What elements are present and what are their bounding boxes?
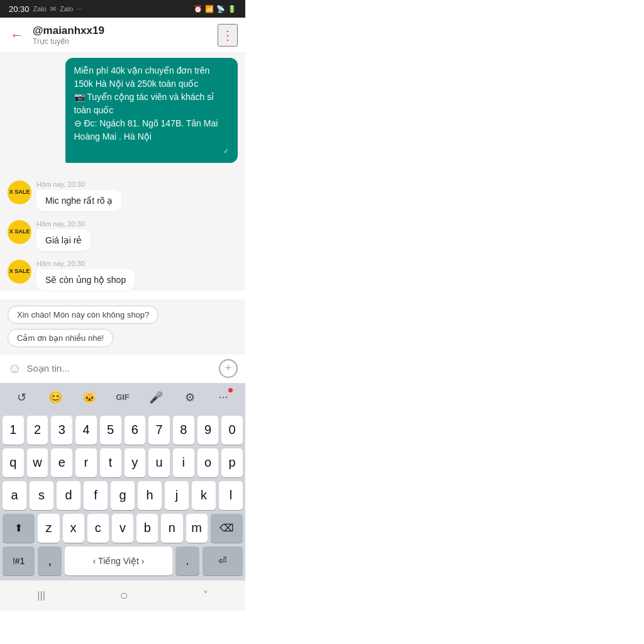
status-icons: ⏰ 📶 📡 🔋: [194, 5, 236, 13]
key-x[interactable]: x: [63, 514, 84, 543]
battery-icon: 🔋: [228, 5, 236, 13]
key-h[interactable]: h: [138, 481, 162, 510]
add-attachment-button[interactable]: +: [219, 359, 238, 378]
key-p[interactable]: p: [221, 448, 243, 477]
keyboard-toolbar: ↺ 😊 🐱 GIF 🎤 ⚙ ···: [0, 383, 245, 412]
keyboard-tool-rotate[interactable]: ↺: [10, 386, 34, 409]
status-apps: Zalo: [33, 5, 47, 13]
outgoing-message-teal: Miễn phí 40k vận chuyển đơn trên 150k Hà…: [8, 58, 238, 172]
key-s[interactable]: s: [30, 481, 53, 510]
keyboard: 1 2 3 4 5 6 7 8 9 0 q w e r t y u i o p …: [0, 412, 245, 580]
avatar-label-1: X SALE: [9, 189, 30, 196]
quick-reply-1[interactable]: Xin chào! Món này còn không shop?: [8, 306, 158, 324]
key-4[interactable]: 4: [75, 416, 97, 445]
key-r[interactable]: r: [75, 448, 97, 477]
status-more: ···: [77, 5, 82, 13]
key-y[interactable]: y: [125, 448, 146, 477]
key-k[interactable]: k: [192, 481, 216, 510]
key-z[interactable]: z: [38, 514, 59, 543]
key-i[interactable]: i: [173, 448, 194, 477]
key-o[interactable]: o: [197, 448, 219, 477]
chat-header: ← @maianhxx19 Trực tuyến ⋮: [0, 18, 245, 53]
key-0[interactable]: 0: [221, 416, 243, 445]
key-5[interactable]: 5: [100, 416, 121, 445]
message-content-1: Hôm nay, 20:30 Mic nghe rất rõ ạ: [36, 180, 238, 211]
key-t[interactable]: t: [100, 448, 121, 477]
status-zalo2: Zalo: [60, 5, 73, 13]
message-row-2: X SALE Hôm nay, 20:30 Giá lại rẻ: [8, 220, 238, 251]
keyboard-tool-mic[interactable]: 🎤: [144, 386, 168, 409]
message-content-2: Hôm nay, 20:30 Giá lại rẻ: [36, 220, 238, 251]
signal-icon: 📡: [216, 5, 225, 13]
key-space[interactable]: ‹ Tiếng Việt ›: [65, 547, 172, 575]
nav-recents-button[interactable]: ˅: [203, 589, 208, 601]
key-n[interactable]: n: [161, 514, 182, 543]
key-e[interactable]: e: [51, 448, 72, 477]
back-button[interactable]: ←: [8, 25, 26, 46]
teal-bubble-text: Miễn phí 40k vận chuyển đơn trên 150k Hà…: [74, 64, 230, 143]
contact-status: Trực tuyến: [33, 37, 211, 46]
key-q[interactable]: q: [3, 448, 24, 477]
quick-replies-bar: Xin chào! Món này còn không shop? Cảm ơn…: [0, 299, 245, 353]
key-2[interactable]: 2: [27, 416, 48, 445]
status-messenger-icon: ✉: [50, 5, 56, 13]
message-row-3: X SALE Hôm nay, 20:30 Sẽ còn ủng hộ shop: [8, 260, 238, 291]
key-m[interactable]: m: [186, 514, 208, 543]
key-a[interactable]: a: [3, 481, 26, 510]
keyboard-tool-emoji[interactable]: 😊: [43, 386, 67, 409]
emoji-button[interactable]: ☺: [8, 360, 21, 377]
key-g[interactable]: g: [111, 481, 135, 510]
message-input-bar: ☺ +: [0, 353, 245, 383]
key-8[interactable]: 8: [173, 416, 194, 445]
more-options-button[interactable]: ⋮: [218, 24, 238, 47]
bubble-2: Giá lại rẻ: [36, 230, 91, 251]
message-time-2: Hôm nay, 20:30: [36, 220, 238, 228]
key-row-asdf: a s d f g h j k l: [3, 481, 243, 510]
key-w[interactable]: w: [27, 448, 48, 477]
notification-dot: [228, 388, 233, 392]
alarm-icon: ⏰: [194, 5, 203, 13]
key-enter[interactable]: ⏎: [203, 547, 243, 575]
bottom-nav: ||| ○ ˅: [0, 580, 245, 611]
message-input[interactable]: [26, 363, 214, 374]
key-symbols[interactable]: !#1: [3, 547, 35, 575]
key-row-zxcv: ⬆ z x c v b n m ⌫: [3, 514, 243, 543]
key-9[interactable]: 9: [197, 416, 219, 445]
key-6[interactable]: 6: [125, 416, 146, 445]
status-bar: 20:30 Zalo ✉ Zalo ··· ⏰ 📶 📡 🔋: [0, 0, 245, 18]
nav-back-button[interactable]: |||: [37, 590, 45, 601]
key-1[interactable]: 1: [3, 416, 24, 445]
avatar-1: X SALE: [8, 180, 31, 204]
key-row-bottom: !#1 , ‹ Tiếng Việt › . ⏎: [3, 547, 243, 575]
bubble-1: Mic nghe rất rõ ạ: [36, 190, 121, 211]
keyboard-tool-sticker[interactable]: 🐱: [77, 386, 101, 409]
key-shift[interactable]: ⬆: [3, 514, 35, 543]
keyboard-tool-more[interactable]: ···: [211, 386, 235, 409]
key-l[interactable]: l: [219, 481, 243, 510]
key-backspace[interactable]: ⌫: [211, 514, 243, 543]
message-content-3: Hôm nay, 20:30 Sẽ còn ủng hộ shop: [36, 260, 238, 291]
key-f[interactable]: f: [84, 481, 108, 510]
time-label: 20:30: [9, 4, 30, 14]
key-c[interactable]: c: [87, 514, 109, 543]
keyboard-tool-gif[interactable]: GIF: [111, 386, 135, 409]
key-3[interactable]: 3: [51, 416, 72, 445]
key-j[interactable]: j: [165, 481, 189, 510]
key-u[interactable]: u: [148, 448, 170, 477]
bubble-3: Sẽ còn ủng hộ shop: [36, 269, 135, 291]
avatar-2: X SALE: [8, 220, 31, 244]
teal-bubble: Miễn phí 40k vận chuyển đơn trên 150k Hà…: [65, 58, 238, 163]
key-comma[interactable]: ,: [38, 547, 62, 575]
key-v[interactable]: v: [112, 514, 133, 543]
key-b[interactable]: b: [136, 514, 158, 543]
quick-reply-2[interactable]: Cảm ơn bạn nhiều nhé!: [8, 329, 113, 347]
nav-home-button[interactable]: ○: [120, 587, 128, 604]
keyboard-tool-settings[interactable]: ⚙: [178, 386, 202, 409]
key-7[interactable]: 7: [148, 416, 170, 445]
wifi-icon: 📶: [205, 5, 214, 13]
contact-info: @maianhxx19 Trực tuyến: [33, 25, 211, 46]
key-period[interactable]: .: [175, 547, 199, 575]
message-row-1: X SALE Hôm nay, 20:30 Mic nghe rất rõ ạ: [8, 180, 238, 211]
avatar-3: X SALE: [8, 260, 31, 284]
key-d[interactable]: d: [57, 481, 80, 510]
